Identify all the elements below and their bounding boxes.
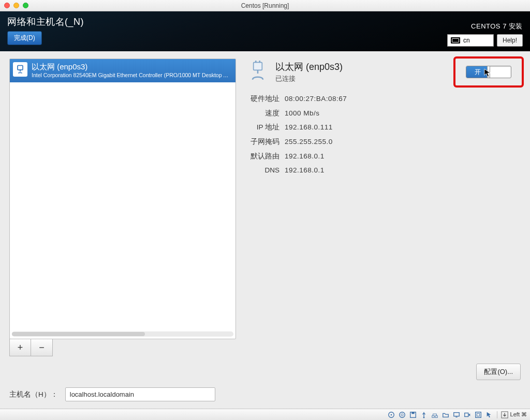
device-list: 以太网 (enp0s3) Intel Corporation 82540EM G… [9,59,236,339]
toggle-knob [487,66,490,78]
anaconda-header: 网络和主机名(_N) 完成(D) CENTOS 7 安装 cn Help! [0,11,530,51]
vb-usb-icon[interactable] [420,411,428,419]
svg-rect-15 [475,412,481,417]
device-list-scrollbar[interactable] [12,331,233,337]
toggle-on-label: 开 [466,66,489,78]
kv-row: IP 地址192.168.0.111 [247,120,521,135]
svg-rect-12 [435,415,437,417]
vb-display-icon[interactable] [452,411,461,419]
svg-rect-14 [464,413,468,416]
svg-point-6 [399,412,405,417]
kv-row: 速度1000 Mb/s [247,106,521,121]
svg-rect-9 [411,412,414,414]
keyboard-icon [451,37,460,44]
svg-point-10 [423,416,424,418]
down-arrow-icon [501,411,508,418]
svg-rect-2 [255,61,257,63]
device-subtitle: Intel Corporation 82540EM Gigabit Ethern… [32,72,231,78]
detail-status: 已连接 [275,74,343,83]
detail-title: 以太网 (enp0s3) [275,61,343,73]
device-title: 以太网 (enp0s3) [32,62,231,72]
vb-mouse-integration-icon[interactable] [485,411,493,419]
vb-network-icon[interactable] [431,411,439,419]
device-list-item[interactable]: 以太网 (enp0s3) Intel Corporation 82540EM G… [10,59,235,82]
svg-rect-13 [453,412,459,416]
device-list-panel: 以太网 (enp0s3) Intel Corporation 82540EM G… [9,59,236,356]
kv-row: 子网掩码255.255.255.0 [247,135,521,149]
product-label: CENTOS 7 安装 [471,22,523,31]
kv-row: DNS192.168.0.1 [247,163,521,178]
content-area: 以太网 (enp0s3) Intel Corporation 82540EM G… [0,51,530,409]
vb-optical-icon[interactable] [398,411,406,419]
ethernet-plug-icon [13,62,27,77]
keyboard-layout-label: cn [463,37,470,44]
connection-toggle[interactable]: 开 [466,66,511,78]
vb-seamless-icon[interactable] [474,411,482,419]
hostname-label: 主机名（H）： [9,390,58,399]
keyboard-layout-indicator[interactable]: cn [447,34,494,47]
mac-minimize-button[interactable] [13,3,19,8]
add-device-button[interactable]: + [9,339,31,356]
mac-zoom-button[interactable] [23,3,28,8]
configure-button[interactable]: 配置(O)... [476,364,521,380]
kv-row: 硬件地址08:00:27:BA:08:67 [247,92,521,106]
ethernet-plug-large-icon [247,61,268,81]
kv-row: 默认路由192.168.0.1 [247,149,521,164]
svg-rect-3 [259,61,261,63]
vb-video-capture-icon[interactable] [463,411,472,419]
virtualbox-status-bar: Left ⌘ [0,409,530,420]
hostname-row: 主机名（H）： [9,387,521,401]
svg-rect-16 [477,413,479,416]
window-title: Centos [Running] [0,2,530,9]
svg-rect-1 [254,62,262,70]
detail-properties: 硬件地址08:00:27:BA:08:67 速度1000 Mb/s IP 地址1… [247,92,521,178]
help-button[interactable]: Help! [497,34,523,47]
vb-shared-folder-icon[interactable] [441,411,450,419]
mac-titlebar: Centos [Running] [0,0,530,11]
svg-rect-0 [18,66,23,70]
toggle-highlight-annotation: 开 [453,56,524,88]
vb-hdd-icon[interactable] [387,411,395,419]
mac-close-button[interactable] [4,3,10,8]
hostname-input[interactable] [65,387,215,401]
remove-device-button[interactable]: − [31,339,53,356]
svg-rect-11 [432,415,434,417]
done-button[interactable]: 完成(D) [7,31,42,45]
device-detail-panel: 以太网 (enp0s3) 已连接 开 硬件地址08:00:27:BA:08:67… [245,59,521,356]
vb-hostkey-indicator[interactable]: Left ⌘ [501,411,527,418]
hostkey-label: Left ⌘ [510,411,527,418]
vb-floppy-icon[interactable] [409,411,417,419]
svg-point-7 [401,413,403,415]
svg-point-5 [390,414,392,415]
page-title: 网络和主机名(_N) [7,16,523,28]
